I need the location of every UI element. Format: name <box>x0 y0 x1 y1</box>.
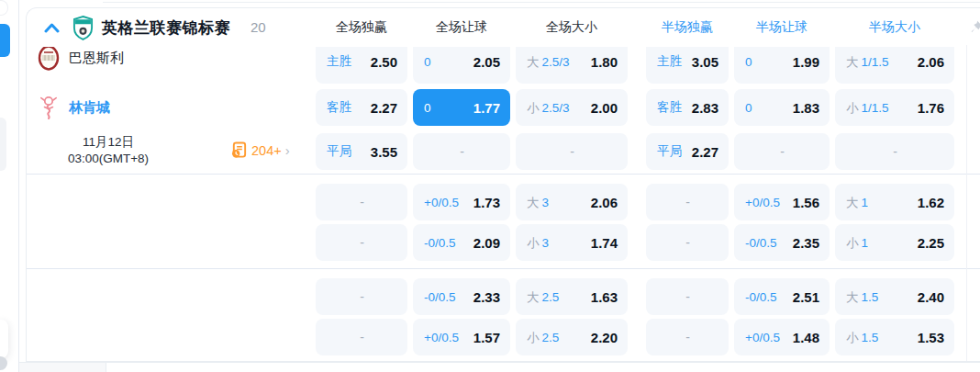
column-header-4: 半场独赢 <box>643 8 731 47</box>
odds-cell-empty: - <box>316 224 407 261</box>
odds-cell[interactable]: 大1.52.40 <box>835 278 954 315</box>
odds-cell[interactable]: 小2.52.20 <box>516 319 628 355</box>
odds-cell-empty: - <box>734 133 830 170</box>
app: { "colors":{"accent_blue":"#2196f3","lab… <box>0 0 980 372</box>
next-section-strip <box>19 362 980 372</box>
cutoff-widget-blue-button[interactable] <box>0 24 10 57</box>
odds-cell-empty: - <box>316 278 407 315</box>
odds-cell[interactable]: 02.05 <box>413 47 510 84</box>
odds-cell[interactable]: +0/0.51.57 <box>413 319 510 355</box>
odds-row: 平局3.55--平局2.27-- <box>313 130 980 174</box>
column-gap <box>630 276 643 317</box>
away-team-logo-icon <box>38 95 60 120</box>
odds-cell[interactable]: 平局3.55 <box>316 133 407 170</box>
league-panel: 英格兰联赛锦标赛 20 全场独赢全场让球全场大小半场独赢半场让球半场大小 主胜2… <box>26 7 980 362</box>
column-header-6: 半场大小 <box>832 8 957 47</box>
league-logo-icon <box>72 16 94 40</box>
cutoff-widget-ghost <box>0 118 6 171</box>
collapse-button[interactable] <box>41 19 61 36</box>
chevron-up-icon <box>44 22 60 34</box>
match-date: 11月12日 <box>39 134 177 151</box>
odds-cell[interactable]: 平局2.27 <box>646 133 729 170</box>
odds-cell[interactable]: 小2.5/32.00 <box>516 89 628 126</box>
odds-cell[interactable]: -0/0.52.35 <box>734 224 830 261</box>
odds-cell[interactable]: 小1.51.53 <box>835 319 954 355</box>
cutoff-widget-circle <box>0 356 7 370</box>
odds-cell[interactable]: 主胜3.05 <box>646 47 729 84</box>
next-section-left-block <box>19 363 106 372</box>
odds-cell[interactable]: 01.83 <box>734 89 830 126</box>
top-divider <box>103 2 980 3</box>
column-headers: 全场独赢全场让球全场大小半场独赢半场让球半场大小 <box>313 8 980 47</box>
odds-cell-empty: - <box>516 133 628 170</box>
column-header-3: 全场大小 <box>513 8 630 47</box>
column-gap <box>630 8 643 47</box>
chevron-right-icon: › <box>285 143 290 157</box>
column-gap <box>630 182 643 222</box>
column-header-2: 全场让球 <box>410 8 513 47</box>
odds-cell[interactable]: 大1/1.52.06 <box>835 47 954 84</box>
column-gap <box>630 130 643 174</box>
odds-group-3: --0/0.52.33大2.51.63--0/0.52.51大1.52.40-+… <box>27 268 980 362</box>
pin-icon[interactable] <box>970 19 980 36</box>
odds-cell[interactable]: 01.99 <box>734 47 830 84</box>
odds-cell[interactable]: -0/0.52.33 <box>413 278 510 315</box>
odds-cell[interactable]: 客胜2.27 <box>316 89 407 126</box>
match-time: 11月12日 03:00(GMT+8) <box>39 134 177 167</box>
column-gap <box>630 222 643 263</box>
odds-cell[interactable]: 小12.25 <box>835 224 954 261</box>
odds-cell-empty: - <box>646 319 729 355</box>
odds-cell[interactable]: +0/0.51.73 <box>413 184 510 220</box>
match-info-column: 巴恩斯利 林肯城 11月12日 03:00(GMT+8) <box>27 47 313 218</box>
odds-cell-empty: - <box>646 224 729 261</box>
cutoff-widget-card <box>0 320 8 358</box>
odds-cell-empty: - <box>646 184 729 220</box>
odds-cell[interactable]: -0/0.52.51 <box>734 278 830 315</box>
odds-row: --0/0.52.09小31.74--0/0.52.35小12.25 <box>313 222 980 263</box>
odds-cell[interactable]: 01.77 <box>413 89 510 126</box>
odds-cell-empty: - <box>316 319 407 355</box>
odds-cell[interactable]: 大11.62 <box>835 184 954 220</box>
odds-row: 客胜2.2701.77小2.5/32.00客胜2.8301.83小1/1.51.… <box>313 85 980 130</box>
odds-cell[interactable]: 大2.5/31.80 <box>516 47 628 84</box>
home-team-logo-icon <box>38 47 60 71</box>
league-title: 英格兰联赛锦标赛 <box>102 17 230 39</box>
odds-row: 主胜2.5002.05大2.5/31.80主胜3.0501.99大1/1.52.… <box>313 47 980 85</box>
odds-cell[interactable]: 小1/1.51.76 <box>835 89 954 126</box>
odds-row: -+0/0.51.73大32.06-+0/0.51.56大11.62 <box>313 182 980 222</box>
odds-cell-empty: - <box>316 184 407 220</box>
away-team-name: 林肯城 <box>69 99 110 117</box>
cutoff-widget-pill <box>0 0 8 16</box>
odds-cell[interactable]: 客胜2.83 <box>646 89 729 126</box>
match-kickoff: 03:00(GMT+8) <box>39 151 177 167</box>
odds-cell[interactable]: 小31.74 <box>516 224 628 261</box>
away-team-row: 林肯城 <box>27 85 313 130</box>
markets-count: 204+ <box>251 143 282 158</box>
right-column-divider <box>966 45 967 361</box>
column-gap <box>630 85 643 130</box>
odds-cell[interactable]: 大2.51.63 <box>516 278 628 315</box>
more-markets-link[interactable]: 204+ › <box>230 141 290 159</box>
odds-cell[interactable]: +0/0.51.56 <box>734 184 830 220</box>
odds-cell[interactable]: 主胜2.50 <box>316 47 407 84</box>
column-gap <box>630 47 643 85</box>
match-meta-row: 11月12日 03:00(GMT+8) 204+ › <box>27 130 313 174</box>
column-header-5: 半场让球 <box>731 8 832 47</box>
markets-count-icon <box>230 141 248 159</box>
league-match-count: 20 <box>251 19 266 35</box>
odds-cell[interactable]: -0/0.52.09 <box>413 224 510 261</box>
page-edge-line <box>18 0 19 372</box>
league-header: 英格兰联赛锦标赛 20 全场独赢全场让球全场大小半场独赢半场让球半场大小 <box>27 8 980 47</box>
home-team-name: 巴恩斯利 <box>69 50 124 67</box>
odds-row: -+0/0.51.57小2.52.20-+0/0.51.48小1.51.53 <box>313 317 980 357</box>
odds-cell-empty: - <box>646 278 729 315</box>
odds-cell[interactable]: +0/0.51.48 <box>734 319 830 355</box>
column-header-1: 全场独赢 <box>313 8 410 47</box>
odds-cell-empty: - <box>413 133 510 170</box>
odds-cell-empty: - <box>835 133 954 170</box>
column-gap <box>630 317 643 357</box>
odds-cell[interactable]: 大32.06 <box>516 184 628 220</box>
odds-row: --0/0.52.33大2.51.63--0/0.52.51大1.52.40 <box>313 276 980 317</box>
home-team-row: 巴恩斯利 <box>27 47 313 85</box>
